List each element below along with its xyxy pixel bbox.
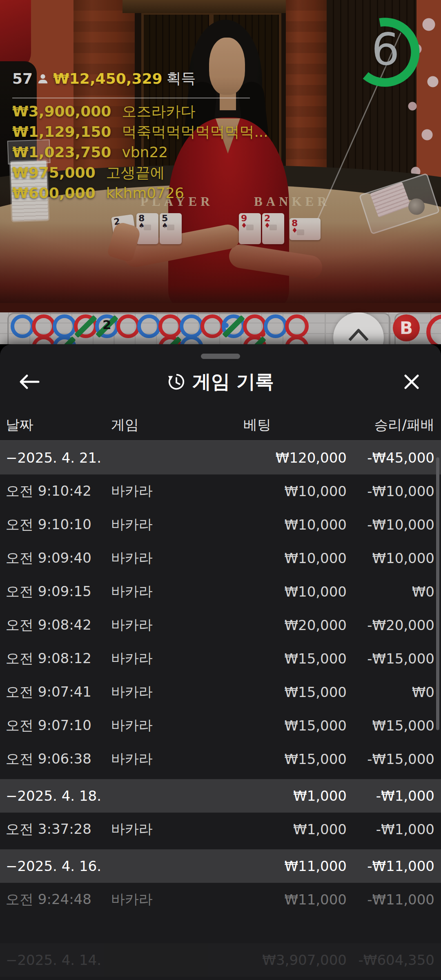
history-result: -₩11,000 [347,858,434,874]
history-game: 바카라 [105,750,223,768]
winner-name: vbn22 [122,145,168,160]
banker-bead [200,314,224,338]
history-group-row[interactable]: −2025. 4. 16. ₩11,000 -₩11,000 [0,849,441,883]
history-result: -₩15,000 [347,751,434,767]
player-bead: 2 [95,314,119,338]
history-result: -₩10,000 [347,483,434,499]
history-game: 바카라 [105,515,223,534]
history-result: -₩1,000 [347,788,434,804]
history-bet: ₩1,000 [223,821,347,837]
history-game: 바카라 [105,616,223,635]
winner-row: ₩1,023,750 vbn22 [12,145,268,160]
history-icon [167,372,186,391]
history-date: 오전 9:09:15 [6,582,105,601]
history-bet: ₩11,000 [223,858,347,874]
player-bead [137,314,161,338]
history-game: 바카라 [105,820,223,839]
history-game: 바카라 [105,482,223,501]
history-result: -₩45,000 [347,450,434,466]
timer-seconds: 6 [361,24,410,75]
history-result: -₩10,000 [347,517,434,533]
history-bet: ₩10,000 [223,584,347,600]
history-bet: ₩15,000 [223,751,347,767]
game-history-sheet: 게임 기록 날짜 게임 베팅 승리/패배 −2025. 4. 21. ₩120,… [0,344,441,980]
history-date: 오전 9:09:40 [6,549,105,568]
winner-name: kkhm0726 [106,186,184,200]
pair-dot [260,331,265,337]
history-bet: ₩10,000 [223,517,347,533]
history-row: 오전 9:24:48 바카라 ₩11,000 -₩11,000 [0,883,441,916]
roadmap-top-band [0,303,441,312]
history-bet: ₩10,000 [223,483,347,499]
history-date: 오전 9:08:42 [6,616,105,635]
winners-overlay: 57 ₩12,450,329 획득 ₩3,900,000 오즈라카다 ₩1,12… [12,69,268,200]
history-row: 오전 9:08:12 바카라 ₩15,000 -₩15,000 [0,642,441,675]
history-row: 오전 9:08:42 바카라 ₩20,000 -₩20,000 [0,608,441,642]
total-won-suffix: 획득 [167,69,196,89]
winner-row: ₩3,900,000 오즈라카다 [12,104,268,119]
winner-amount: ₩3,900,000 [12,104,111,119]
history-date: 오전 9:10:42 [6,482,105,501]
roadmap-strip: 2 B [0,303,441,344]
scrollbar-thumb[interactable] [436,457,439,730]
history-result: -₩604,350 [347,952,434,968]
drag-handle[interactable] [201,354,240,359]
history-row: 오전 9:10:42 바카라 ₩10,000 -₩10,000 [0,474,441,508]
live-dealer-video: PLAYER BANKER 2♣8♠5♠9♦2♦8♦ 57 ₩12,450,32… [0,0,441,303]
winner-count: 57 [12,70,33,87]
winner-name: 오즈라카다 [122,104,195,119]
countdown-timer: 6 [347,12,433,98]
winner-amount: ₩1,129,150 [12,125,111,139]
history-row: 오전 3:37:28 바카라 ₩1,000 -₩1,000 [0,813,441,846]
history-bet: ₩1,000 [223,788,347,804]
tie-count: 2 [99,317,115,332]
winner-amount: ₩600,000 [12,186,96,200]
history-result: ₩10,000 [347,550,434,566]
history-group-row[interactable]: −2025. 4. 18. ₩1,000 -₩1,000 [0,779,441,813]
history-date: 오전 3:37:28 [6,820,105,839]
sheet-header: 게임 기록 [0,363,441,401]
history-bet: ₩15,000 [223,717,347,734]
winners-divider [12,98,250,98]
history-game: 바카라 [105,683,223,702]
player-bead [180,314,203,338]
player-bead [53,314,76,338]
winner-row: ₩1,129,150 먹죽먹먹먹먹먹먹먹... [12,125,268,139]
history-list: −2025. 4. 21. ₩120,000 -₩45,000 오전 9:10:… [0,441,441,980]
player-bead [222,314,245,338]
winner-row: ₩600,000 kkhm0726 [12,186,268,200]
history-date: −2025. 4. 18. [6,788,105,804]
history-result: -₩15,000 [347,650,434,667]
history-result: ₩0 [347,684,434,700]
history-date: 오전 9:24:48 [6,890,105,909]
history-bet: ₩3,907,000 [223,952,347,968]
history-result: ₩0 [347,584,434,600]
column-bet: 베팅 [223,416,271,434]
banker-bead [32,314,56,338]
history-group-row[interactable]: −2025. 4. 21. ₩120,000 -₩45,000 [0,441,441,474]
history-bet: ₩11,000 [223,891,347,908]
history-bet: ₩15,000 [223,684,347,700]
history-group-row[interactable]: −2025. 4. 14. ₩3,907,000 -₩604,350 [0,943,441,977]
winner-amount: ₩1,023,750 [12,145,111,160]
player-bead [11,314,34,338]
history-date: 오전 9:07:10 [6,716,105,735]
history-game: 바카라 [105,649,223,668]
history-row: 오전 9:07:10 바카라 ₩15,000 ₩15,000 [0,709,441,742]
history-row: 오전 9:07:41 바카라 ₩15,000 ₩0 [0,675,441,709]
back-button[interactable] [15,369,44,395]
history-bet: ₩120,000 [223,450,347,466]
column-date: 날짜 [6,416,105,434]
history-result: -₩1,000 [347,821,434,837]
history-date: 오전 9:10:10 [6,515,105,534]
close-button[interactable] [397,369,426,395]
column-winloss: 승리/패배 [271,416,434,434]
history-result: ₩15,000 [347,717,434,734]
pair-dot [224,323,229,328]
total-won-amount: ₩12,450,329 [53,70,162,87]
history-game: 바카라 [105,716,223,735]
history-date: −2025. 4. 16. [6,858,105,874]
back-arrow-icon [18,373,41,391]
history-row: 오전 9:06:38 바카라 ₩15,000 -₩15,000 [0,742,441,776]
history-game: 바카라 [105,890,223,909]
